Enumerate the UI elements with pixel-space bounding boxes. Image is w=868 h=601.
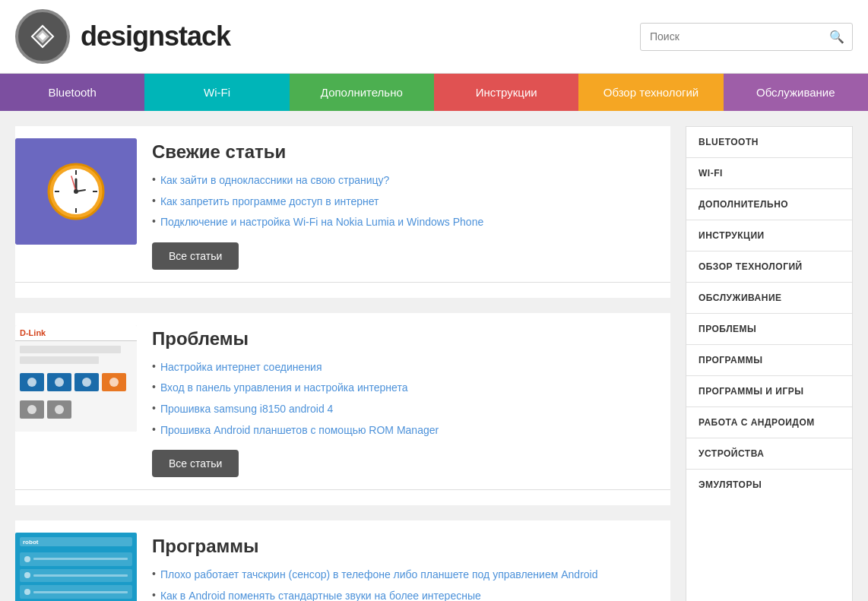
section-problems-image: D-Link [15,325,137,432]
sidebar-item-problems[interactable]: ПРОБЛЕМЫ [686,314,852,345]
list-item: Как зайти в одноклассники на свою страни… [152,173,670,188]
article-link[interactable]: Как запретить программе доступ в интерне… [160,195,379,210]
article-link[interactable]: Как в Android поменять стандартные звуки… [160,589,481,601]
section-problems: D-Link [15,313,670,505]
section-divider [15,489,670,490]
sidebar-item-devices[interactable]: УСТРОЙСТВА [686,438,852,470]
article-link[interactable]: Настройка интернет соединения [160,360,322,375]
list-item: Прошивка samsung i8150 android 4 [152,402,670,417]
sidebar-item-instructions[interactable]: ИНСТРУКЦИИ [686,220,852,251]
section-programs-image: robot [15,533,137,601]
list-item: Вход в панель управления и настройка инт… [152,381,670,396]
section-programs-title: Программы [152,536,670,557]
list-item: Прошивка Android планшетов с помощью ROM… [152,423,670,438]
logo-icon[interactable] [15,9,70,64]
section-divider [15,282,670,283]
svg-point-10 [74,189,78,194]
sidebar-item-more[interactable]: ДОПОЛНИТЕЛЬНО [686,189,852,220]
section-fresh: Свежие статьи Как зайти в одноклассники … [15,126,670,298]
nav-tech[interactable]: Обзор технологий [578,74,723,111]
article-link[interactable]: Вход в панель управления и настройка инт… [160,381,408,396]
section-programs-body: Программы Плохо работает тачскрин (сенсо… [152,533,670,601]
nav-wifi[interactable]: Wi-Fi [144,74,289,111]
search-button[interactable]: 🔍 [822,24,852,50]
section-fresh-links: Как зайти в одноклассники на свою страни… [152,173,670,230]
section-fresh-title: Свежие статьи [152,141,670,163]
section-problems-body: Проблемы Настройка интернет соединения В… [152,325,670,477]
header: designstack 🔍 [0,0,868,74]
site-title: designstack [81,21,230,52]
search-area: 🔍 [640,23,853,51]
article-link[interactable]: Прошивка samsung i8150 android 4 [160,402,333,417]
section-programs-links: Плохо работает тачскрин (сенсор) в телеф… [152,568,670,601]
section-programs: robot Программы Плохо работает т [15,520,670,601]
problems-all-button[interactable]: Все статьи [152,450,239,477]
sidebar-item-wifi[interactable]: WI-FI [686,158,852,189]
content-area: Свежие статьи Как зайти в одноклассники … [15,126,686,601]
nav-service[interactable]: Обслуживание [724,74,868,111]
article-link[interactable]: Прошивка Android планшетов с помощью ROM… [160,423,439,438]
sidebar: BLUETOOTH WI-FI ДОПОЛНИТЕЛЬНО ИНСТРУКЦИИ… [686,126,853,601]
article-link[interactable]: Плохо работает тачскрин (сенсор) в телеф… [160,568,598,583]
fresh-all-button[interactable]: Все статьи [152,242,239,270]
section-problems-links: Настройка интернет соединения Вход в пан… [152,360,670,438]
sidebar-item-programs-games[interactable]: ПРОГРАММЫ И ИГРЫ [686,376,852,407]
section-fresh-body: Свежие статьи Как зайти в одноклассники … [152,138,670,270]
sidebar-item-bluetooth[interactable]: BLUETOOTH [686,127,852,158]
section-fresh-image [15,138,137,245]
sidebar-item-tech[interactable]: ОБЗОР ТЕХНОЛОГИЙ [686,251,852,283]
list-item: Подключение и настройка Wi-Fi на Nokia L… [152,215,670,230]
nav-instructions[interactable]: Инструкции [434,74,578,111]
article-link[interactable]: Подключение и настройка Wi-Fi на Nokia L… [160,215,483,230]
nav-more[interactable]: Дополнительно [290,74,434,111]
main-layout: Свежие статьи Как зайти в одноклассники … [0,111,868,601]
section-problems-title: Проблемы [152,328,670,350]
navbar: Bluetooth Wi-Fi Дополнительно Инструкции… [0,74,868,111]
logo-area: designstack [15,9,230,64]
article-link[interactable]: Как зайти в одноклассники на свою страни… [160,173,389,188]
list-item: Плохо работает тачскрин (сенсор) в телеф… [152,568,670,583]
search-input[interactable] [641,24,822,49]
list-item: Как запретить программе доступ в интерне… [152,195,670,210]
list-item: Как в Android поменять стандартные звуки… [152,589,670,601]
list-item: Настройка интернет соединения [152,360,670,375]
sidebar-item-emulators[interactable]: ЭМУЛЯТОРЫ [686,470,852,500]
dlink-logo: D-Link [15,325,137,341]
sidebar-item-android[interactable]: РАБОТА С АНДРОИДОМ [686,407,852,438]
sidebar-item-service[interactable]: ОБСЛУЖИВАНИЕ [686,283,852,314]
nav-bluetooth[interactable]: Bluetooth [0,74,144,111]
sidebar-item-programs[interactable]: ПРОГРАММЫ [686,345,852,376]
